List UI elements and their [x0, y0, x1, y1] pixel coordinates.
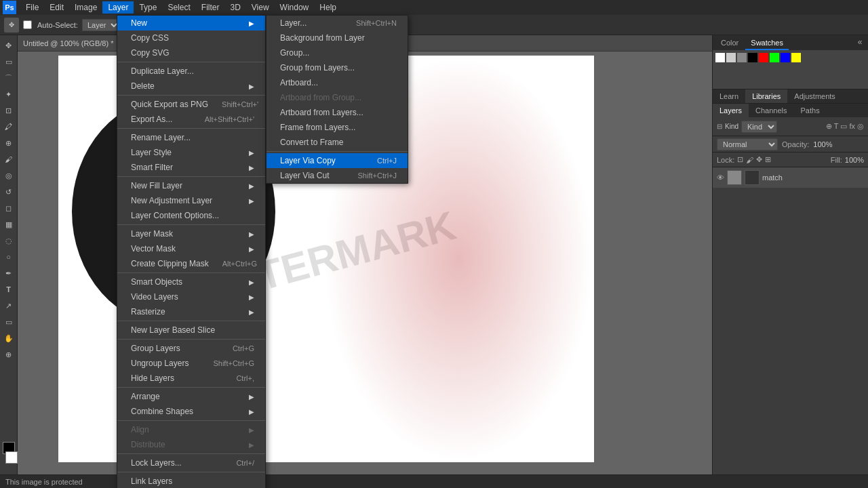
- menu-type[interactable]: Type: [134, 1, 162, 14]
- layer-menu-lock-layers[interactable]: Lock Layers... Ctrl+/: [117, 455, 265, 470]
- layer-menu-ungroup-layers[interactable]: Ungroup Layers Shift+Ctrl+G: [117, 356, 265, 371]
- swatch-red[interactable]: [759, 53, 768, 62]
- layer-menu-duplicate[interactable]: Duplicate Layer...: [117, 64, 265, 79]
- layer-menu-export-as[interactable]: Export As... Alt+Shift+Ctrl+': [117, 112, 265, 127]
- new-submenu-layer[interactable]: Layer... Shift+Ctrl+N: [267, 16, 408, 30]
- layer-menu-layer-style[interactable]: Layer Style ▶: [117, 145, 265, 160]
- layer-menu-align[interactable]: Align ▶: [117, 422, 265, 437]
- new-submenu-artboard-from-layers[interactable]: Artboard from Layers...: [267, 105, 408, 120]
- tab-layers[interactable]: Layers: [713, 104, 749, 117]
- layer-visibility-icon[interactable]: 👁: [717, 174, 724, 182]
- tool-text[interactable]: T: [1, 282, 16, 297]
- move-tool-btn[interactable]: ✥: [4, 18, 19, 33]
- tool-magic-wand[interactable]: ✦: [1, 87, 16, 102]
- blend-mode-select[interactable]: Normal: [717, 138, 778, 150]
- menu-window[interactable]: Window: [275, 1, 315, 14]
- tool-clone[interactable]: ◎: [1, 168, 16, 183]
- menu-image[interactable]: Image: [69, 1, 102, 14]
- layer-menu-rename[interactable]: Rename Layer...: [117, 130, 265, 145]
- menu-file[interactable]: File: [20, 1, 44, 14]
- menu-edit[interactable]: Edit: [44, 1, 69, 14]
- layer-menu-smart-filter[interactable]: Smart Filter ▶: [117, 160, 265, 175]
- layer-menu-rasterize[interactable]: Rasterize ▶: [117, 304, 265, 319]
- layer-menu-new-slice[interactable]: New Layer Based Slice: [117, 323, 265, 338]
- layer-menu-delete[interactable]: Delete ▶: [117, 79, 265, 94]
- filter-kind-select[interactable]: Kind: [741, 121, 777, 133]
- layer-menu-new-adjustment[interactable]: New Adjustment Layer ▶: [117, 193, 265, 208]
- layer-menu-arrange[interactable]: Arrange ▶: [117, 389, 265, 404]
- tab-swatches[interactable]: Swatches: [745, 37, 789, 50]
- fill-value[interactable]: 100%: [845, 156, 864, 164]
- swatch-white[interactable]: [715, 53, 725, 62]
- lock-artboard-icon[interactable]: ⊞: [765, 155, 771, 164]
- layer-menu-copy-svg[interactable]: Copy SVG: [117, 45, 265, 60]
- layer-menu-new-fill[interactable]: New Fill Layer ▶: [117, 178, 265, 193]
- tool-path[interactable]: ↗: [1, 298, 16, 313]
- lock-position-icon[interactable]: ✥: [756, 155, 762, 164]
- layer-menu-content-options[interactable]: Layer Content Options...: [117, 208, 265, 223]
- tool-gradient[interactable]: ▦: [1, 217, 16, 232]
- menu-help[interactable]: Help: [314, 1, 342, 14]
- tab-color[interactable]: Color: [715, 37, 744, 50]
- tab-learn[interactable]: Learn: [713, 89, 745, 103]
- layer-menu-vector-mask[interactable]: Vector Mask ▶: [117, 241, 265, 256]
- layer-menu-clipping-mask[interactable]: Create Clipping Mask Alt+Ctrl+G: [117, 256, 265, 271]
- swatch-yellow[interactable]: [791, 53, 801, 62]
- layer-menu-hide-layers[interactable]: Hide Layers Ctrl+,: [117, 371, 265, 386]
- tab-libraries[interactable]: Libraries: [745, 89, 787, 103]
- swatch-gray[interactable]: [737, 53, 747, 62]
- tool-hand[interactable]: ✋: [1, 331, 16, 346]
- layer-menu-link-layers[interactable]: Link Layers: [117, 474, 265, 488]
- menu-view[interactable]: View: [246, 1, 275, 14]
- menu-filter[interactable]: Filter: [196, 1, 225, 14]
- tab-paths[interactable]: Paths: [794, 104, 827, 117]
- layer-menu-layer-mask[interactable]: Layer Mask ▶: [117, 226, 265, 241]
- tool-blur[interactable]: ◌: [1, 233, 16, 248]
- tool-dodge[interactable]: ○: [1, 249, 16, 264]
- new-submenu-group[interactable]: Group...: [267, 45, 408, 60]
- menu-layer[interactable]: Layer: [102, 1, 134, 14]
- swatch-green[interactable]: [770, 53, 779, 62]
- layer-menu-new[interactable]: New ▶: [117, 16, 265, 30]
- menu-3d[interactable]: 3D: [224, 1, 245, 14]
- swatch-black[interactable]: [748, 53, 757, 62]
- layer-menu-distribute[interactable]: Distribute ▶: [117, 437, 265, 452]
- layer-menu-video-layers[interactable]: Video Layers ▶: [117, 289, 265, 304]
- tool-heal[interactable]: ⊕: [1, 136, 16, 150]
- tool-shape[interactable]: ▭: [1, 314, 16, 329]
- new-submenu-artboard[interactable]: Artboard...: [267, 75, 408, 90]
- swatch-lgray[interactable]: [726, 53, 736, 62]
- new-submenu-frame-from-layers[interactable]: Frame from Layers...: [267, 120, 408, 135]
- swatch-blue[interactable]: [781, 53, 790, 62]
- auto-select-type[interactable]: Layer: [82, 19, 120, 31]
- lock-transparent-icon[interactable]: ⊡: [737, 155, 743, 164]
- new-submenu-artboard-from-group[interactable]: Artboard from Group...: [267, 90, 408, 105]
- layer-menu-smart-objects[interactable]: Smart Objects ▶: [117, 274, 265, 289]
- layer-row-match[interactable]: 👁 match: [713, 167, 868, 188]
- canvas-tab[interactable]: Untitled @ 100% (RGB/8) *: [23, 39, 113, 47]
- tool-eyedropper[interactable]: 🖍: [1, 119, 16, 134]
- layer-menu-quick-export[interactable]: Quick Export as PNG Shift+Ctrl+': [117, 97, 265, 112]
- tool-pen[interactable]: ✒: [1, 266, 16, 281]
- tab-adjustments[interactable]: Adjustments: [787, 89, 842, 103]
- tool-move[interactable]: ✥: [1, 38, 16, 53]
- tool-brush[interactable]: 🖌: [1, 152, 16, 167]
- tool-history[interactable]: ↺: [1, 184, 16, 199]
- tool-select-rect[interactable]: ▭: [1, 54, 16, 69]
- new-submenu-background[interactable]: Background from Layer: [267, 30, 408, 45]
- tool-crop[interactable]: ⊡: [1, 103, 16, 118]
- tool-lasso[interactable]: ⌒: [1, 70, 16, 85]
- menu-select[interactable]: Select: [162, 1, 195, 14]
- tool-zoom[interactable]: ⊕: [1, 347, 16, 362]
- lock-image-icon[interactable]: 🖌: [746, 156, 753, 164]
- new-submenu-convert-to-frame[interactable]: Convert to Frame: [267, 135, 408, 150]
- layer-menu-group-layers[interactable]: Group Layers Ctrl+G: [117, 341, 265, 356]
- layer-name-match[interactable]: match: [762, 174, 783, 182]
- panel-collapse-btn[interactable]: «: [854, 37, 865, 47]
- new-submenu-layer-via-copy[interactable]: Layer Via Copy Ctrl+J: [267, 153, 408, 168]
- opacity-value[interactable]: 100%: [813, 140, 832, 148]
- layer-menu-combine-shapes[interactable]: Combine Shapes ▶: [117, 404, 265, 419]
- auto-select-checkbox[interactable]: [23, 20, 32, 29]
- background-color[interactable]: [5, 451, 18, 464]
- tab-channels[interactable]: Channels: [749, 104, 793, 117]
